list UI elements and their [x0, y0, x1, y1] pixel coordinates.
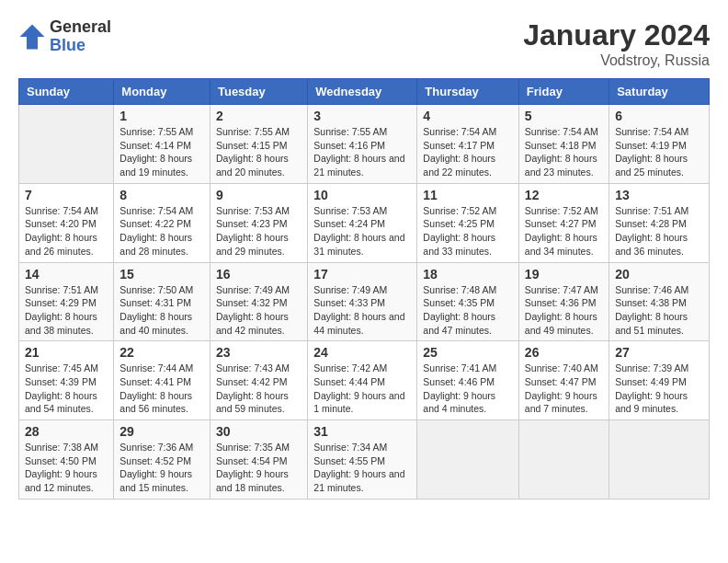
cell-day-number: 29 [119, 424, 204, 439]
cell-sunset: Sunset: 4:27 PM [525, 217, 603, 231]
cell-sunset: Sunset: 4:35 PM [423, 296, 513, 310]
calendar-cell: 15 Sunrise: 7:50 AM Sunset: 4:31 PM Dayl… [114, 262, 210, 341]
cell-daylight: Daylight: 8 hours and 42 minutes. [216, 310, 301, 337]
cell-day-number: 4 [423, 109, 513, 123]
logo: General Blue [18, 18, 111, 55]
calendar-cell [518, 420, 609, 500]
cell-sunset: Sunset: 4:17 PM [423, 139, 513, 153]
calendar-cell: 2 Sunrise: 7:55 AM Sunset: 4:15 PM Dayli… [210, 105, 307, 184]
calendar-cell: 6 Sunrise: 7:54 AM Sunset: 4:19 PM Dayli… [609, 105, 710, 184]
cell-sunrise: Sunrise: 7:54 AM [615, 125, 703, 139]
cell-sunrise: Sunrise: 7:47 AM [525, 283, 603, 297]
cell-day-number: 21 [25, 345, 108, 360]
calendar-table: SundayMondayTuesdayWednesdayThursdayFrid… [18, 78, 710, 500]
cell-daylight: Daylight: 8 hours and 38 minutes. [25, 310, 108, 337]
cell-sunrise: Sunrise: 7:45 AM [25, 362, 108, 375]
cell-sunset: Sunset: 4:47 PM [525, 375, 603, 389]
cell-daylight: Daylight: 9 hours and 1 minute. [313, 389, 411, 416]
cell-daylight: Daylight: 8 hours and 25 minutes. [615, 152, 703, 178]
calendar-body: 1 Sunrise: 7:55 AM Sunset: 4:14 PM Dayli… [19, 105, 710, 500]
calendar-cell: 16 Sunrise: 7:49 AM Sunset: 4:32 PM Dayl… [210, 262, 307, 341]
calendar-cell [19, 105, 114, 184]
calendar-cell: 3 Sunrise: 7:55 AM Sunset: 4:16 PM Dayli… [308, 105, 417, 184]
cell-day-number: 7 [25, 188, 108, 202]
cell-daylight: Daylight: 8 hours and 31 minutes. [313, 231, 411, 258]
cell-sunrise: Sunrise: 7:39 AM [615, 362, 703, 375]
cell-sunrise: Sunrise: 7:51 AM [25, 283, 108, 297]
calendar-cell: 8 Sunrise: 7:54 AM Sunset: 4:22 PM Dayli… [114, 183, 210, 262]
cell-sunset: Sunset: 4:38 PM [615, 296, 703, 310]
cell-daylight: Daylight: 8 hours and 28 minutes. [119, 231, 204, 258]
cell-day-number: 11 [423, 188, 513, 202]
cell-daylight: Daylight: 9 hours and 15 minutes. [119, 467, 204, 494]
cell-sunrise: Sunrise: 7:53 AM [216, 204, 301, 218]
cell-sunrise: Sunrise: 7:54 AM [423, 125, 513, 139]
calendar-header-cell: Thursday [417, 79, 519, 105]
cell-sunset: Sunset: 4:41 PM [119, 375, 204, 389]
calendar-cell: 19 Sunrise: 7:47 AM Sunset: 4:36 PM Dayl… [518, 262, 609, 341]
calendar-cell: 27 Sunrise: 7:39 AM Sunset: 4:49 PM Dayl… [609, 341, 710, 420]
cell-sunset: Sunset: 4:23 PM [216, 217, 301, 231]
title-block: January 2024 Vodstroy, Russia [523, 18, 710, 69]
cell-day-number: 12 [525, 188, 603, 202]
calendar-header-cell: Wednesday [308, 79, 417, 105]
calendar-header-row: SundayMondayTuesdayWednesdayThursdayFrid… [19, 79, 710, 105]
cell-day-number: 2 [216, 109, 301, 123]
cell-sunset: Sunset: 4:54 PM [216, 454, 301, 468]
cell-sunrise: Sunrise: 7:38 AM [25, 441, 108, 454]
cell-daylight: Daylight: 8 hours and 40 minutes. [119, 310, 204, 337]
cell-sunrise: Sunrise: 7:55 AM [313, 125, 411, 139]
cell-sunset: Sunset: 4:16 PM [313, 139, 411, 153]
calendar-cell: 22 Sunrise: 7:44 AM Sunset: 4:41 PM Dayl… [114, 341, 210, 420]
cell-sunset: Sunset: 4:24 PM [313, 217, 411, 231]
cell-day-number: 1 [119, 109, 204, 123]
cell-day-number: 5 [525, 109, 603, 123]
cell-sunset: Sunset: 4:20 PM [25, 217, 108, 231]
cell-daylight: Daylight: 8 hours and 56 minutes. [119, 389, 204, 416]
cell-daylight: Daylight: 8 hours and 19 minutes. [119, 152, 204, 178]
calendar-cell: 14 Sunrise: 7:51 AM Sunset: 4:29 PM Dayl… [19, 262, 114, 341]
cell-day-number: 16 [216, 267, 301, 282]
calendar-cell: 30 Sunrise: 7:35 AM Sunset: 4:54 PM Dayl… [210, 420, 307, 500]
cell-sunset: Sunset: 4:46 PM [423, 375, 513, 389]
cell-sunrise: Sunrise: 7:36 AM [119, 441, 204, 454]
calendar-cell: 5 Sunrise: 7:54 AM Sunset: 4:18 PM Dayli… [518, 105, 609, 184]
cell-sunset: Sunset: 4:22 PM [119, 217, 204, 231]
cell-daylight: Daylight: 8 hours and 22 minutes. [423, 152, 513, 178]
cell-sunrise: Sunrise: 7:42 AM [313, 362, 411, 375]
cell-daylight: Daylight: 9 hours and 4 minutes. [423, 389, 513, 416]
calendar-cell: 13 Sunrise: 7:51 AM Sunset: 4:28 PM Dayl… [609, 183, 710, 262]
cell-sunrise: Sunrise: 7:44 AM [119, 362, 204, 375]
cell-sunset: Sunset: 4:44 PM [313, 375, 411, 389]
cell-sunrise: Sunrise: 7:43 AM [216, 362, 301, 375]
cell-sunrise: Sunrise: 7:34 AM [313, 441, 411, 454]
cell-day-number: 15 [119, 267, 204, 282]
cell-day-number: 13 [615, 188, 703, 202]
calendar-cell: 10 Sunrise: 7:53 AM Sunset: 4:24 PM Dayl… [308, 183, 417, 262]
cell-sunrise: Sunrise: 7:52 AM [423, 204, 513, 218]
calendar-cell: 29 Sunrise: 7:36 AM Sunset: 4:52 PM Dayl… [114, 420, 210, 500]
calendar-header-cell: Sunday [19, 79, 114, 105]
cell-day-number: 17 [313, 267, 411, 282]
calendar-cell: 17 Sunrise: 7:49 AM Sunset: 4:33 PM Dayl… [308, 262, 417, 341]
cell-day-number: 25 [423, 345, 513, 360]
calendar-cell: 1 Sunrise: 7:55 AM Sunset: 4:14 PM Dayli… [114, 105, 210, 184]
cell-day-number: 8 [119, 188, 204, 202]
calendar-week-row: 7 Sunrise: 7:54 AM Sunset: 4:20 PM Dayli… [19, 183, 710, 262]
calendar-cell: 7 Sunrise: 7:54 AM Sunset: 4:20 PM Dayli… [19, 183, 114, 262]
cell-sunset: Sunset: 4:50 PM [25, 454, 108, 468]
cell-day-number: 3 [313, 109, 411, 123]
cell-day-number: 26 [525, 345, 603, 360]
cell-sunset: Sunset: 4:25 PM [423, 217, 513, 231]
cell-sunrise: Sunrise: 7:49 AM [313, 283, 411, 297]
cell-daylight: Daylight: 9 hours and 12 minutes. [25, 467, 108, 494]
cell-daylight: Daylight: 8 hours and 34 minutes. [525, 231, 603, 258]
calendar-cell: 4 Sunrise: 7:54 AM Sunset: 4:17 PM Dayli… [417, 105, 519, 184]
cell-sunset: Sunset: 4:39 PM [25, 375, 108, 389]
calendar-cell: 23 Sunrise: 7:43 AM Sunset: 4:42 PM Dayl… [210, 341, 307, 420]
cell-sunrise: Sunrise: 7:54 AM [25, 204, 108, 218]
page-header: General Blue January 2024 Vodstroy, Russ… [18, 18, 710, 69]
calendar-header-cell: Tuesday [210, 79, 307, 105]
cell-daylight: Daylight: 8 hours and 47 minutes. [423, 310, 513, 337]
calendar-week-row: 1 Sunrise: 7:55 AM Sunset: 4:14 PM Dayli… [19, 105, 710, 184]
